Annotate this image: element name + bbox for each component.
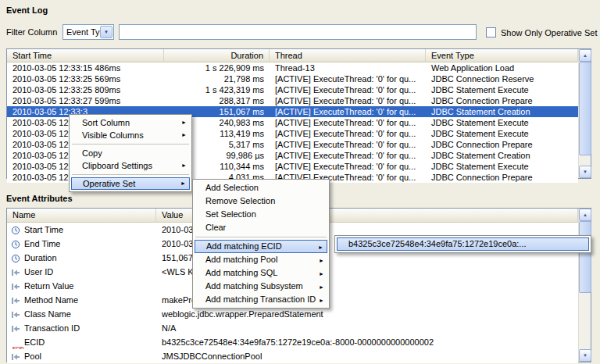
ecid-icon: ECID	[11, 337, 20, 347]
attribute-icon	[11, 295, 20, 305]
attribute-icon	[11, 281, 20, 291]
menu-separator	[72, 144, 189, 145]
filter-column-dropdown[interactable]: Event Type ▼	[62, 24, 114, 40]
attribute-icon	[11, 267, 20, 277]
ecid-value-flyout: b4325c3ce72548e4:34e9fa75:1272e19ce0a:..…	[334, 235, 591, 253]
show-only-operative-set-label: Show Only Operative Set	[501, 25, 598, 41]
menu-item-operative-set[interactable]: Operative Set ►	[71, 177, 190, 190]
event-log-title: Event Log	[6, 5, 48, 15]
submenu-arrow-icon: ►	[319, 253, 324, 266]
scrollbar-thumb[interactable]	[579, 221, 591, 293]
menu-item-add-matching-ecid[interactable]: Add matching ECID ►	[195, 240, 327, 253]
dropdown-arrow-icon[interactable]: ▼	[100, 26, 112, 38]
column-header-start-time[interactable]: Start Time	[7, 49, 164, 62]
menu-item-add-matching-transaction-id[interactable]: Add matching Transaction ID ►	[195, 293, 327, 306]
menu-item-set-selection[interactable]: Set Selection	[195, 208, 327, 221]
menu-item-copy[interactable]: Copy	[71, 147, 190, 159]
menu-item-sort-column[interactable]: Sort Column ►	[71, 116, 190, 129]
clock-icon	[11, 225, 20, 234]
attribute-row[interactable]: Transaction ID N/A	[7, 321, 578, 335]
menu-item-visible-columns[interactable]: Visible Columns ►	[71, 129, 190, 141]
event-row[interactable]: 2010-03-05 12:33:25 569ms 21,798 ms [ACT…	[7, 73, 578, 84]
attribute-icon	[11, 309, 20, 319]
submenu-arrow-icon: ►	[319, 266, 324, 280]
event-attributes-title: Event Attributes	[6, 194, 73, 203]
menu-item-add-matching-subsystem[interactable]: Add matching Subsystem ►	[195, 280, 327, 293]
scrollbar-thumb[interactable]	[579, 62, 591, 155]
event-row[interactable]: 2010-03-05 12:33:25 809ms 1 s 423,319 ms…	[7, 84, 578, 95]
scroll-down-button[interactable]: ▼	[579, 166, 591, 178]
submenu-arrow-icon: ►	[319, 280, 324, 293]
event-table-header: Start Time Duration Thread Event Type	[7, 49, 578, 62]
menu-item-remove-selection[interactable]: Remove Selection	[195, 194, 327, 208]
event-table-vertical-scrollbar[interactable]: ▲ ▼	[578, 49, 591, 178]
column-header-duration[interactable]: Duration	[164, 49, 270, 62]
menu-item-clear[interactable]: Clear	[195, 221, 327, 234]
event-row[interactable]: 2010-03-05 12:33:15 486ms 1 s 226,909 ms…	[7, 62, 578, 73]
submenu-arrow-icon: ►	[181, 129, 187, 141]
attribute-icon	[11, 323, 20, 333]
clock-icon	[11, 239, 20, 248]
event-row[interactable]: 2010-03-05 12:33:27 599ms 288,317 ms [AC…	[7, 95, 578, 106]
filter-text-input[interactable]	[119, 24, 477, 40]
table-context-menu: Sort Column ► Visible Columns ► Copy Cli…	[69, 114, 192, 192]
attribute-row[interactable]: Pool JMSJDBCConnectionPool	[7, 349, 578, 363]
submenu-arrow-icon: ►	[181, 159, 187, 172]
submenu-arrow-icon: ►	[181, 116, 187, 129]
attribute-row[interactable]: Class Name weblogic.jdbc.wrapper.Prepare…	[7, 307, 578, 321]
menu-item-add-matching-pool[interactable]: Add matching Pool ►	[195, 253, 327, 266]
submenu-arrow-icon: ►	[180, 178, 186, 189]
menu-item-clipboard-settings[interactable]: Clipboard Settings ►	[71, 159, 190, 172]
clock-icon	[11, 253, 20, 262]
attributes-table-vertical-scrollbar[interactable]: ▲ ▼	[578, 209, 591, 362]
column-header-event-type[interactable]: Event Type	[426, 49, 578, 62]
menu-item-add-selection[interactable]: Add Selection	[195, 181, 327, 194]
column-header-name[interactable]: Name	[7, 209, 156, 223]
submenu-arrow-icon: ►	[319, 293, 324, 306]
attribute-icon	[11, 352, 20, 361]
menu-item-ecid-value[interactable]: b4325c3ce72548e4:34e9fa75:1272e19ce0a:..…	[337, 237, 589, 251]
menu-separator	[195, 237, 327, 237]
attribute-row[interactable]: ECID ECID b4325c3ce72548e4:34e9fa75:1272…	[7, 335, 578, 349]
show-only-operative-set-checkbox[interactable]	[486, 27, 496, 37]
menu-separator	[72, 174, 189, 175]
scroll-down-button[interactable]: ▼	[579, 349, 591, 362]
scroll-up-button[interactable]: ▲	[579, 209, 591, 221]
operative-set-submenu: Add Selection Remove Selection Set Selec…	[192, 179, 330, 309]
menu-item-add-matching-sql[interactable]: Add matching SQL ►	[195, 266, 327, 280]
submenu-arrow-icon: ►	[318, 241, 323, 252]
column-header-thread[interactable]: Thread	[270, 49, 426, 62]
scroll-up-button[interactable]: ▲	[579, 49, 591, 62]
filter-column-label: Filter Column	[6, 24, 57, 40]
